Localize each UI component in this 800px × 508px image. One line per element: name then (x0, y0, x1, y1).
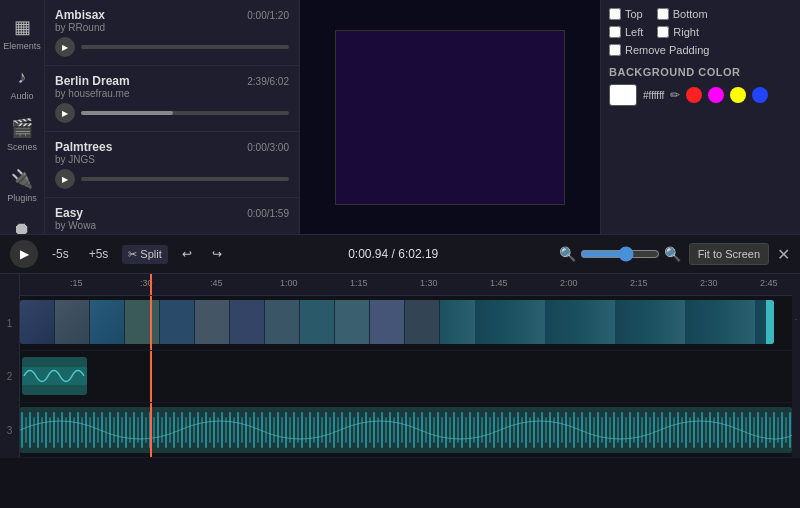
ruler-245: 2:45 (760, 278, 778, 288)
elements-icon: ▦ (14, 16, 31, 38)
sidebar-label-elements: Elements (3, 41, 41, 51)
zoom-control: 🔍 🔍 (559, 246, 681, 262)
left-label: Left (625, 26, 643, 38)
small-waveform-svg (22, 357, 87, 395)
bg-color-section: BACKGROUND COLOR #ffffff ✏ (609, 66, 792, 106)
fit-to-screen-button[interactable]: Fit to Screen (689, 243, 769, 265)
sidebar-item-audio[interactable]: ♪ Audio (0, 59, 44, 109)
track-name-1: Ambisax (55, 8, 105, 22)
sidebar-item-plugins[interactable]: 🔌 Plugins (0, 160, 44, 211)
scenes-icon: 🎬 (11, 117, 33, 139)
top-checkbox[interactable] (609, 8, 621, 20)
skip-back-button[interactable]: -5s (46, 243, 75, 265)
track-time-1: 0:00/1:20 (247, 10, 289, 21)
progress-bar-1 (81, 45, 289, 49)
zoom-out-icon[interactable]: 🔍 (559, 246, 576, 262)
video-track-content[interactable] (20, 296, 792, 350)
video-clip-end-handle[interactable] (766, 300, 774, 344)
redo-button[interactable]: ↪ (206, 243, 228, 265)
plugins-icon: 🔌 (11, 168, 33, 190)
color-row: #ffffff ✏ (609, 84, 792, 106)
color-magenta[interactable] (708, 87, 724, 103)
remove-padding-checkbox[interactable] (609, 44, 621, 56)
zoom-in-icon[interactable]: 🔍 (664, 246, 681, 262)
sidebar: ▦ Elements ♪ Audio 🎬 Scenes 🔌 Plugins ⏺ … (0, 0, 45, 234)
timeline: :15 :30 :45 1:00 1:15 1:30 1:45 2:00 2:1… (0, 274, 800, 508)
waveform-clip[interactable] (20, 407, 792, 453)
sidebar-label-scenes: Scenes (7, 142, 37, 152)
track-name-2: Berlin Dream (55, 74, 130, 88)
ruler-100: 1:00 (280, 278, 298, 288)
waveform-track-content[interactable] (20, 403, 792, 457)
sidebar-item-elements[interactable]: ▦ Elements (0, 8, 44, 59)
waveform-track-row: 3 (0, 403, 800, 458)
play-pause-button[interactable]: ▶ (10, 240, 38, 268)
eyedropper-button[interactable]: ✏ (670, 88, 680, 102)
close-timeline-button[interactable]: ✕ (777, 245, 790, 264)
undo-button[interactable]: ↩ (176, 243, 198, 265)
right-label: Right (673, 26, 699, 38)
left-checkbox[interactable] (609, 26, 621, 38)
track-controls-3: ▶ (55, 169, 289, 189)
top-option-row: Top Bottom (609, 8, 792, 20)
small-audio-clip[interactable] (22, 357, 87, 395)
track-name-3: Palmtrees (55, 140, 112, 154)
playhead-track2 (150, 351, 152, 402)
play-button-1[interactable]: ▶ (55, 37, 75, 57)
audio-track-1: Ambisax 0:00/1:20 by RRound ▶ (45, 0, 299, 66)
skip-fwd-button[interactable]: +5s (83, 243, 115, 265)
video-thumbnails (20, 300, 774, 344)
sidebar-item-scenes[interactable]: 🎬 Scenes (0, 109, 44, 160)
play-button-3[interactable]: ▶ (55, 169, 75, 189)
playhead-top (150, 274, 152, 295)
time-display: 0:00.94 / 6:02.19 (236, 247, 551, 261)
ruler-115: 1:15 (350, 278, 368, 288)
audio-track-content-2[interactable] (20, 351, 792, 402)
sidebar-label-plugins: Plugins (7, 193, 37, 203)
track-controls-1: ▶ (55, 37, 289, 57)
video-clip[interactable] (20, 300, 774, 344)
preview-screen (335, 30, 565, 205)
color-yellow[interactable] (730, 87, 746, 103)
padding-option-row: Remove Padding (609, 44, 792, 56)
track-end-handle-3[interactable] (792, 403, 800, 457)
remove-padding-label: Remove Padding (625, 44, 709, 56)
svg-rect-3 (20, 407, 792, 453)
track-author-4: by Wowa (55, 220, 289, 231)
ruler-200: 2:00 (560, 278, 578, 288)
lr-option-row: Left Right (609, 26, 792, 38)
track-controls-2: ▶ (55, 103, 289, 123)
timeline-ruler-row: :15 :30 :45 1:00 1:15 1:30 1:45 2:00 2:1… (0, 274, 800, 296)
track-end-handle-2[interactable] (792, 351, 800, 402)
timeline-ruler: :15 :30 :45 1:00 1:15 1:30 1:45 2:00 2:1… (20, 274, 792, 296)
timeline-toolbar: ▶ -5s +5s ✂ Split ↩ ↪ 0:00.94 / 6:02.19 … (0, 234, 800, 274)
audio-track-4: Easy 0:00/1:59 by Wowa ▶ (45, 198, 299, 234)
color-red[interactable] (686, 87, 702, 103)
top-label: Top (625, 8, 643, 20)
hex-display: #ffffff (643, 90, 664, 101)
ruler-spacer (0, 274, 20, 296)
sidebar-item-record[interactable]: ⏺ Record (0, 211, 44, 234)
zoom-slider[interactable] (580, 246, 660, 262)
color-blue[interactable] (752, 87, 768, 103)
total-time: 6:02.19 (398, 247, 438, 261)
crop-options: Top Bottom Left Right Remove Padding (609, 8, 792, 56)
bottom-checkbox[interactable] (657, 8, 669, 20)
track-end-handle-1[interactable]: · (792, 296, 800, 350)
audio-track-row-2: 2 (0, 351, 800, 403)
preview-area (300, 0, 600, 234)
ruler-230: 2:30 (700, 278, 718, 288)
waveform-svg (20, 407, 792, 453)
ruler-15: :15 (70, 278, 83, 288)
split-button[interactable]: ✂ Split (122, 245, 167, 264)
track-label-2: 2 (0, 351, 20, 402)
track-time-2: 2:39/6:02 (247, 76, 289, 87)
audio-track-2: Berlin Dream 2:39/6:02 by housefrau.me ▶ (45, 66, 299, 132)
track-time-4: 0:00/1:59 (247, 208, 289, 219)
right-checkbox[interactable] (657, 26, 669, 38)
white-swatch[interactable] (609, 84, 637, 106)
track-time-3: 0:00/3:00 (247, 142, 289, 153)
playhead-track3 (150, 403, 152, 457)
play-button-2[interactable]: ▶ (55, 103, 75, 123)
record-icon: ⏺ (13, 219, 31, 234)
